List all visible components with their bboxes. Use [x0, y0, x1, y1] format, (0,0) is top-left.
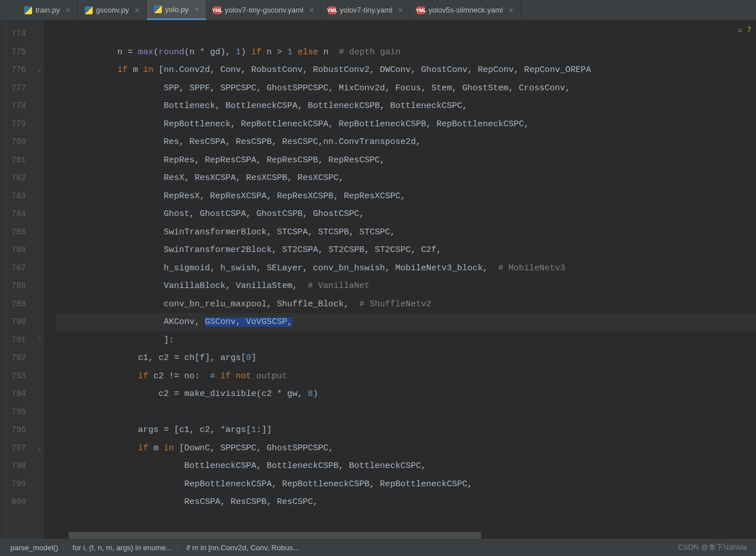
code-line[interactable]: c1, c2 = ch[f], args[0]	[55, 349, 756, 367]
code-line[interactable]	[55, 25, 756, 43]
fold-marker[interactable]	[35, 205, 44, 223]
yaml-file-icon: YML	[328, 6, 336, 14]
line-number: 788	[11, 277, 26, 295]
fold-marker[interactable]	[35, 133, 44, 151]
code-line[interactable]: ResCSPA, ResCSPB, ResCSPC,	[55, 493, 756, 511]
line-number: 774	[11, 25, 26, 43]
horizontal-scrollbar[interactable]	[69, 532, 756, 539]
code-line[interactable]: RepResX, RepResXCSPA, RepResXCSPB, RepRe…	[55, 187, 756, 206]
code-line[interactable]: RepRes, RepResCSPA, RepResCSPB, RepResCS…	[55, 151, 756, 170]
tab-yolov7-tiny-yaml[interactable]: YMLyolov7-tiny.yaml×	[321, 0, 410, 20]
line-number: 785	[11, 223, 26, 242]
code-line[interactable]: if m in [nn.Conv2d, Conv, RobustConv, Ro…	[55, 61, 756, 79]
tab-label: yolov7-tiny-gsconv.yaml	[225, 6, 304, 14]
fold-marker[interactable]	[35, 457, 44, 475]
code-line[interactable]: h_sigmoid, h_swish, SELayer, conv_bn_hsw…	[55, 259, 756, 278]
fold-marker[interactable]	[35, 223, 44, 242]
code-line[interactable]: ]:	[55, 331, 756, 350]
line-number: 776	[11, 61, 26, 79]
fold-marker[interactable]	[35, 403, 44, 422]
line-number: 800	[11, 493, 26, 511]
fold-marker[interactable]	[35, 97, 44, 115]
fold-marker[interactable]: ⌄	[35, 61, 44, 79]
code-line[interactable]: c2 = make_divisible(c2 * gw, 8)	[55, 385, 756, 403]
fold-marker[interactable]	[35, 115, 44, 134]
line-number: 797	[11, 439, 26, 458]
tab-yolov7-tiny-gsconv-yaml[interactable]: YMLyolov7-tiny-gsconv.yaml×	[206, 0, 321, 20]
fold-marker[interactable]	[35, 295, 44, 314]
line-number: 796	[11, 421, 26, 439]
tab-yolov5s-slimneck-yaml[interactable]: YMLyolov5s-slimneck.yaml×	[410, 0, 520, 20]
fold-marker[interactable]	[35, 493, 44, 511]
code-line[interactable]: AKConv, GSConv, VoVGSCSP,	[55, 313, 756, 331]
code-line[interactable]: RepBottleneckCSPA, RepBottleneckCSPB, Re…	[55, 475, 756, 494]
tab-train-py[interactable]: train.py×	[17, 0, 78, 20]
line-number: 791	[11, 331, 26, 350]
scrollbar-thumb[interactable]	[69, 532, 481, 539]
breadcrumb-item[interactable]: parse_model()	[10, 543, 58, 552]
fold-marker[interactable]	[35, 187, 44, 206]
fold-marker[interactable]	[35, 151, 44, 170]
line-number: 779	[11, 115, 26, 134]
code-area[interactable]: n = max(round(n * gd), 1) if n > 1 else …	[44, 21, 756, 539]
line-number: 780	[11, 133, 26, 151]
line-number-gutter: 7747757767777787797807817827837847857867…	[7, 21, 35, 539]
code-line[interactable]: Res, ResCSPA, ResCSPB, ResCSPC,nn.ConvTr…	[55, 133, 756, 151]
fold-marker[interactable]	[35, 313, 44, 331]
fold-marker[interactable]	[35, 475, 44, 494]
fold-marker[interactable]	[35, 43, 44, 62]
close-icon[interactable]: ×	[194, 5, 199, 14]
close-icon[interactable]: ×	[134, 6, 139, 15]
code-line[interactable]: VanillaBlock, VanillaStem, # VanillaNet	[55, 277, 756, 295]
fold-marker[interactable]	[35, 259, 44, 278]
close-icon[interactable]: ×	[309, 6, 314, 15]
code-line[interactable]: args = [c1, c2, *args[1:]]	[55, 421, 756, 439]
py-file-icon	[24, 6, 32, 14]
code-line[interactable]: SwinTransformer2Block, ST2CSPA, ST2CSPB,…	[55, 241, 756, 259]
tab-label: train.py	[35, 6, 60, 14]
code-line[interactable]: n = max(round(n * gd), 1) if n > 1 else …	[55, 43, 756, 62]
code-line[interactable]: SPP, SPPF, SPPCSPC, GhostSPPCSPC, MixCon…	[55, 79, 756, 98]
code-line[interactable]: BottleneckCSPA, BottleneckCSPB, Bottlene…	[55, 457, 756, 475]
gutter-strip	[0, 21, 7, 539]
close-icon[interactable]: ×	[508, 6, 513, 15]
tab-gsconv-py[interactable]: gsconv.py×	[78, 0, 147, 20]
fold-marker[interactable]	[35, 277, 44, 295]
code-line[interactable]: Bottleneck, BottleneckCSPA, BottleneckCS…	[55, 97, 756, 115]
breadcrumb-item[interactable]: for i, (f, n, m, args) in enume...	[73, 543, 172, 552]
fold-marker[interactable]	[35, 385, 44, 403]
line-number: 795	[11, 403, 26, 422]
code-line[interactable]	[55, 403, 756, 422]
code-line[interactable]: conv_bn_relu_maxpool, Shuffle_Block, # S…	[55, 295, 756, 314]
code-line[interactable]: SwinTransformerBlock, STCSPA, STCSPB, ST…	[55, 223, 756, 242]
line-number: 777	[11, 79, 26, 98]
fold-marker[interactable]	[35, 421, 44, 439]
code-line[interactable]: if m in [DownC, SPPCSPC, GhostSPPCSPC,	[55, 439, 756, 458]
fold-marker[interactable]	[35, 79, 44, 98]
line-number: 775	[11, 43, 26, 62]
fold-marker[interactable]	[35, 241, 44, 259]
line-number: 787	[11, 259, 26, 278]
fold-marker[interactable]	[35, 349, 44, 367]
line-number: 781	[11, 151, 26, 170]
fold-marker[interactable]: ⌃	[35, 331, 44, 350]
code-line[interactable]: if c2 != no: # if not output	[55, 367, 756, 386]
fold-marker[interactable]: ⌄	[35, 439, 44, 458]
code-line[interactable]: Ghost, GhostCSPA, GhostCSPB, GhostCSPC,	[55, 205, 756, 223]
fold-marker[interactable]	[35, 25, 44, 43]
line-number: 799	[11, 475, 26, 494]
close-icon[interactable]: ×	[398, 6, 403, 15]
line-number: 783	[11, 187, 26, 206]
code-line[interactable]: ResX, ResXCSPA, ResXCSPB, ResXCSPC,	[55, 169, 756, 187]
line-number: 778	[11, 97, 26, 115]
fold-marker[interactable]	[35, 169, 44, 187]
fold-marker[interactable]	[35, 367, 44, 386]
close-icon[interactable]: ×	[66, 6, 70, 15]
code-line[interactable]: RepBottleneck, RepBottleneckCSPA, RepBot…	[55, 115, 756, 134]
breadcrumb-item[interactable]: if m in [nn.Conv2d, Conv, Robus...	[186, 543, 299, 552]
line-number: 790	[11, 313, 26, 331]
fold-gutter: ⌄⌃⌄	[35, 21, 44, 539]
tab-yolo-py[interactable]: yolo.py×	[147, 0, 206, 20]
line-number: 798	[11, 457, 26, 475]
tab-label: yolov5s-slimneck.yaml	[428, 6, 503, 14]
